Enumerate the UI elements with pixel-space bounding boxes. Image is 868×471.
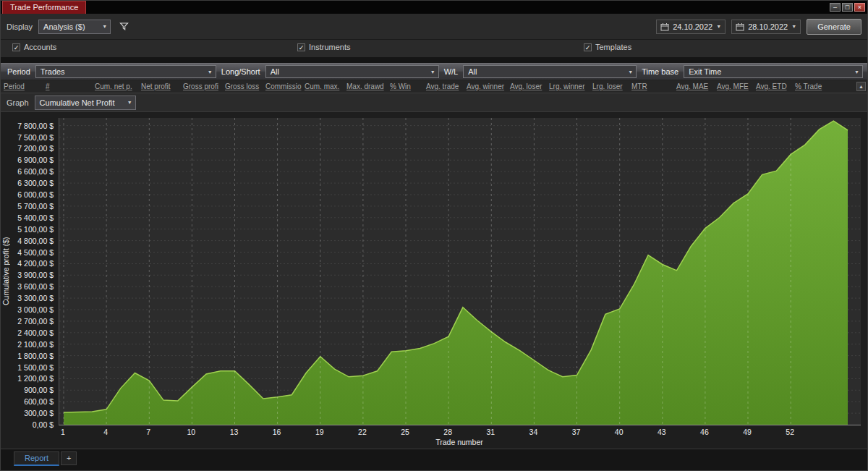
checkbox-row: ✓ Accounts ✓ Instruments ✓ Templates — [1, 40, 867, 57]
table-column-header[interactable]: Gross loss — [224, 82, 264, 91]
toolbar-right: 24.10.2022 ▼ 28.10.2022 ▼ Generate — [656, 19, 861, 35]
table-column-header[interactable]: % Trade — [793, 82, 828, 91]
period-select-value: Trades — [41, 67, 65, 76]
x-axis-tick-label: 28 — [438, 428, 457, 436]
table-column-header[interactable]: Avg. ETD — [754, 82, 793, 91]
table-column-header[interactable]: MTR — [630, 82, 675, 91]
scroll-up-button[interactable]: ▲ — [856, 82, 866, 91]
bottom-tab-bar: Report + — [1, 449, 867, 471]
window-controls: – □ × — [830, 1, 867, 14]
table-column-header[interactable]: # — [44, 82, 93, 91]
table-column-header[interactable]: Max. drawd — [345, 82, 388, 91]
display-label: Display — [7, 22, 33, 31]
y-axis-tick-label: 600,00 $ — [24, 397, 54, 406]
table-column-header[interactable]: Period — [2, 82, 44, 91]
table-column-header[interactable]: Avg. trade — [425, 82, 465, 91]
table-column-header[interactable]: % Win — [388, 82, 425, 91]
y-axis-tick-label: 2 400,00 $ — [17, 328, 54, 337]
y-axis-tick-label: 7 500,00 $ — [17, 133, 54, 142]
chevron-down-icon: ▼ — [208, 69, 213, 75]
calendar-icon — [660, 22, 669, 31]
y-axis-tick-label: 3 300,00 $ — [17, 294, 54, 302]
graph-bar: Graph Cumulative Net Profit ▼ — [1, 93, 867, 112]
date-from-picker[interactable]: 24.10.2022 ▼ — [656, 20, 726, 34]
x-axis-tick-label: 1 — [54, 428, 72, 436]
chevron-down-icon: ▼ — [716, 24, 721, 29]
x-axis-tick-label: 34 — [524, 428, 542, 436]
table-column-header[interactable]: Avg. winner — [465, 82, 509, 91]
add-tab-button[interactable]: + — [61, 451, 77, 465]
y-axis-tick-label: 4 800,00 $ — [17, 237, 54, 245]
period-label: Period — [5, 67, 33, 76]
maximize-button[interactable]: □ — [842, 3, 853, 12]
y-axis-tick-label: 1 800,00 $ — [17, 352, 54, 360]
tab-report-label: Report — [25, 454, 48, 462]
longshort-label: Long/Short — [219, 67, 263, 76]
timebase-select[interactable]: Exit Time ▼ — [684, 65, 863, 78]
y-axis-tick-label: 3 000,00 $ — [17, 305, 54, 314]
generate-button[interactable]: Generate — [807, 19, 861, 35]
y-axis-tick-label: 5 400,00 $ — [17, 213, 54, 222]
x-axis-tick-label: 19 — [310, 428, 329, 436]
chevron-down-icon: ▼ — [102, 24, 107, 29]
wl-select[interactable]: All ▼ — [463, 65, 637, 78]
x-axis-tick-label: 10 — [182, 428, 200, 436]
graph-type-select[interactable]: Cumulative Net Profit ▼ — [35, 96, 136, 110]
checkbox-check-icon: ✓ — [297, 43, 305, 51]
table-column-header[interactable]: Avg. loser — [509, 82, 548, 91]
longshort-select[interactable]: All ▼ — [265, 65, 439, 78]
minimize-button[interactable]: – — [830, 3, 841, 12]
window-title-tab[interactable]: Trade Performance — [2, 1, 86, 14]
table-column-header[interactable]: Cum. net p. — [93, 82, 140, 91]
instruments-checkbox[interactable]: ✓ Instruments — [297, 43, 350, 51]
checkbox-check-icon: ✓ — [584, 43, 592, 51]
table-column-header[interactable]: Cum. max. — [303, 82, 345, 91]
x-axis-labels: 147101316192225283134374043464952 — [59, 428, 860, 437]
y-axis-tick-label: 2 700,00 $ — [17, 317, 54, 326]
filter-icon[interactable] — [119, 22, 129, 31]
display-select[interactable]: Analysis ($) ▼ — [38, 20, 111, 34]
calendar-icon — [736, 22, 744, 31]
graph-type-select-value: Cumulative Net Profit — [40, 98, 115, 107]
y-axis-tick-label: 4 200,00 $ — [17, 259, 54, 268]
longshort-select-value: All — [271, 67, 279, 76]
chevron-down-icon: ▼ — [854, 69, 859, 75]
x-axis-tick-label: 46 — [695, 428, 714, 436]
table-column-header[interactable]: Lrg. loser — [591, 82, 630, 91]
filter-bar: Period Trades ▼ Long/Short All ▼ W/L All… — [1, 63, 867, 80]
display-select-value: Analysis ($) — [43, 22, 85, 31]
templates-checkbox[interactable]: ✓ Templates — [584, 43, 631, 51]
x-axis-tick-label: 40 — [610, 428, 629, 436]
y-axis-tick-label: 6 900,00 $ — [17, 156, 54, 164]
table-column-header[interactable]: Gross profi — [182, 82, 224, 91]
y-axis-tick-label: 0,00 $ — [33, 420, 54, 429]
results-table-header: Period#Cum. net p.Net profitGross profiG… — [1, 80, 867, 93]
y-axis-tick-label: 4 500,00 $ — [17, 248, 54, 257]
y-axis-tick-label: 3 900,00 $ — [17, 271, 54, 279]
table-column-header[interactable]: Commissio — [264, 82, 303, 91]
accounts-checkbox[interactable]: ✓ Accounts — [12, 43, 56, 51]
y-axis-tick-label: 900,00 $ — [24, 386, 54, 394]
chevron-down-icon: ▼ — [127, 100, 132, 105]
wl-label: W/L — [442, 67, 461, 76]
tab-report[interactable]: Report — [14, 451, 59, 466]
chart-svg — [59, 118, 861, 425]
title-bar: Trade Performance – □ × — [1, 1, 867, 14]
x-axis-tick-label: 25 — [396, 428, 414, 436]
y-axis-tick-label: 2 100,00 $ — [17, 340, 54, 349]
table-column-header[interactable]: Avg. MFE — [715, 82, 754, 91]
x-axis-tick-label: 16 — [268, 428, 286, 436]
y-axis-labels: 0,00 $300,00 $600,00 $900,00 $1 200,00 $… — [1, 118, 56, 425]
y-axis-tick-label: 1 500,00 $ — [17, 363, 54, 372]
period-select[interactable]: Trades ▼ — [35, 65, 216, 78]
add-tab-label: + — [67, 454, 71, 462]
table-column-header[interactable]: Net profit — [140, 82, 182, 91]
date-to-picker[interactable]: 28.10.2022 ▼ — [731, 20, 801, 34]
instruments-checkbox-label: Instruments — [309, 43, 350, 51]
close-button[interactable]: × — [854, 3, 865, 12]
date-to-value: 28.10.2022 — [748, 22, 788, 31]
y-axis-tick-label: 6 000,00 $ — [17, 190, 54, 199]
table-column-header[interactable]: Lrg. winner — [548, 82, 591, 91]
chevron-down-icon: ▼ — [430, 69, 435, 75]
table-column-header[interactable]: Avg. MAE — [675, 82, 715, 91]
